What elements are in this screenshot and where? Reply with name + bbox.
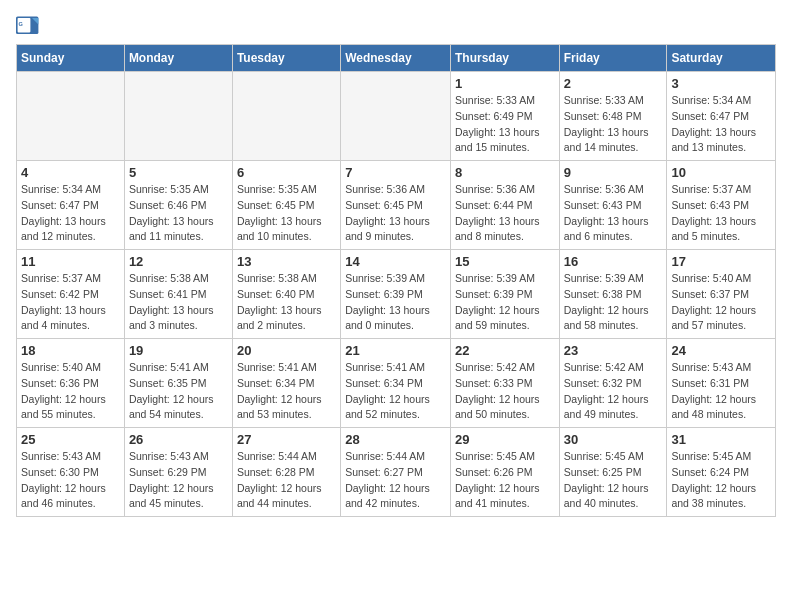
- week-row-4: 18Sunrise: 5:40 AM Sunset: 6:36 PM Dayli…: [17, 339, 776, 428]
- day-info: Sunrise: 5:44 AM Sunset: 6:27 PM Dayligh…: [345, 449, 446, 512]
- calendar-cell: 19Sunrise: 5:41 AM Sunset: 6:35 PM Dayli…: [124, 339, 232, 428]
- calendar-cell: 17Sunrise: 5:40 AM Sunset: 6:37 PM Dayli…: [667, 250, 776, 339]
- day-info: Sunrise: 5:38 AM Sunset: 6:40 PM Dayligh…: [237, 271, 336, 334]
- day-number: 17: [671, 254, 771, 269]
- day-header-tuesday: Tuesday: [232, 45, 340, 72]
- day-info: Sunrise: 5:45 AM Sunset: 6:24 PM Dayligh…: [671, 449, 771, 512]
- day-info: Sunrise: 5:45 AM Sunset: 6:25 PM Dayligh…: [564, 449, 663, 512]
- day-number: 30: [564, 432, 663, 447]
- svg-text:G: G: [18, 21, 22, 27]
- day-info: Sunrise: 5:39 AM Sunset: 6:39 PM Dayligh…: [455, 271, 555, 334]
- day-number: 8: [455, 165, 555, 180]
- day-number: 4: [21, 165, 120, 180]
- calendar-cell: 11Sunrise: 5:37 AM Sunset: 6:42 PM Dayli…: [17, 250, 125, 339]
- week-row-3: 11Sunrise: 5:37 AM Sunset: 6:42 PM Dayli…: [17, 250, 776, 339]
- week-row-1: 1Sunrise: 5:33 AM Sunset: 6:49 PM Daylig…: [17, 72, 776, 161]
- day-info: Sunrise: 5:36 AM Sunset: 6:44 PM Dayligh…: [455, 182, 555, 245]
- logo-icon: G: [16, 16, 40, 36]
- day-info: Sunrise: 5:41 AM Sunset: 6:34 PM Dayligh…: [237, 360, 336, 423]
- day-number: 6: [237, 165, 336, 180]
- calendar-cell: 2Sunrise: 5:33 AM Sunset: 6:48 PM Daylig…: [559, 72, 667, 161]
- day-info: Sunrise: 5:33 AM Sunset: 6:49 PM Dayligh…: [455, 93, 555, 156]
- week-row-2: 4Sunrise: 5:34 AM Sunset: 6:47 PM Daylig…: [17, 161, 776, 250]
- calendar-cell: 14Sunrise: 5:39 AM Sunset: 6:39 PM Dayli…: [341, 250, 451, 339]
- day-info: Sunrise: 5:35 AM Sunset: 6:45 PM Dayligh…: [237, 182, 336, 245]
- day-info: Sunrise: 5:43 AM Sunset: 6:31 PM Dayligh…: [671, 360, 771, 423]
- day-header-sunday: Sunday: [17, 45, 125, 72]
- day-info: Sunrise: 5:39 AM Sunset: 6:38 PM Dayligh…: [564, 271, 663, 334]
- day-number: 31: [671, 432, 771, 447]
- day-info: Sunrise: 5:36 AM Sunset: 6:43 PM Dayligh…: [564, 182, 663, 245]
- calendar-cell: 1Sunrise: 5:33 AM Sunset: 6:49 PM Daylig…: [450, 72, 559, 161]
- day-number: 24: [671, 343, 771, 358]
- calendar-cell: [17, 72, 125, 161]
- day-info: Sunrise: 5:40 AM Sunset: 6:37 PM Dayligh…: [671, 271, 771, 334]
- calendar-cell: 7Sunrise: 5:36 AM Sunset: 6:45 PM Daylig…: [341, 161, 451, 250]
- day-header-saturday: Saturday: [667, 45, 776, 72]
- day-number: 19: [129, 343, 228, 358]
- calendar: SundayMondayTuesdayWednesdayThursdayFrid…: [16, 44, 776, 517]
- calendar-cell: 30Sunrise: 5:45 AM Sunset: 6:25 PM Dayli…: [559, 428, 667, 517]
- calendar-cell: [341, 72, 451, 161]
- day-number: 29: [455, 432, 555, 447]
- calendar-cell: 10Sunrise: 5:37 AM Sunset: 6:43 PM Dayli…: [667, 161, 776, 250]
- day-info: Sunrise: 5:34 AM Sunset: 6:47 PM Dayligh…: [21, 182, 120, 245]
- calendar-cell: 20Sunrise: 5:41 AM Sunset: 6:34 PM Dayli…: [232, 339, 340, 428]
- calendar-cell: [232, 72, 340, 161]
- day-header-monday: Monday: [124, 45, 232, 72]
- day-number: 1: [455, 76, 555, 91]
- day-number: 5: [129, 165, 228, 180]
- calendar-cell: 29Sunrise: 5:45 AM Sunset: 6:26 PM Dayli…: [450, 428, 559, 517]
- day-number: 2: [564, 76, 663, 91]
- header: G: [16, 16, 776, 36]
- day-info: Sunrise: 5:38 AM Sunset: 6:41 PM Dayligh…: [129, 271, 228, 334]
- calendar-cell: 13Sunrise: 5:38 AM Sunset: 6:40 PM Dayli…: [232, 250, 340, 339]
- calendar-cell: 4Sunrise: 5:34 AM Sunset: 6:47 PM Daylig…: [17, 161, 125, 250]
- calendar-header-row: SundayMondayTuesdayWednesdayThursdayFrid…: [17, 45, 776, 72]
- calendar-cell: 16Sunrise: 5:39 AM Sunset: 6:38 PM Dayli…: [559, 250, 667, 339]
- day-info: Sunrise: 5:44 AM Sunset: 6:28 PM Dayligh…: [237, 449, 336, 512]
- day-header-friday: Friday: [559, 45, 667, 72]
- calendar-cell: 12Sunrise: 5:38 AM Sunset: 6:41 PM Dayli…: [124, 250, 232, 339]
- calendar-cell: 9Sunrise: 5:36 AM Sunset: 6:43 PM Daylig…: [559, 161, 667, 250]
- day-number: 10: [671, 165, 771, 180]
- day-info: Sunrise: 5:37 AM Sunset: 6:42 PM Dayligh…: [21, 271, 120, 334]
- day-number: 9: [564, 165, 663, 180]
- calendar-cell: 24Sunrise: 5:43 AM Sunset: 6:31 PM Dayli…: [667, 339, 776, 428]
- calendar-cell: 5Sunrise: 5:35 AM Sunset: 6:46 PM Daylig…: [124, 161, 232, 250]
- calendar-cell: 23Sunrise: 5:42 AM Sunset: 6:32 PM Dayli…: [559, 339, 667, 428]
- day-number: 11: [21, 254, 120, 269]
- day-info: Sunrise: 5:42 AM Sunset: 6:32 PM Dayligh…: [564, 360, 663, 423]
- day-info: Sunrise: 5:37 AM Sunset: 6:43 PM Dayligh…: [671, 182, 771, 245]
- calendar-cell: 6Sunrise: 5:35 AM Sunset: 6:45 PM Daylig…: [232, 161, 340, 250]
- day-number: 22: [455, 343, 555, 358]
- day-number: 7: [345, 165, 446, 180]
- day-info: Sunrise: 5:43 AM Sunset: 6:29 PM Dayligh…: [129, 449, 228, 512]
- calendar-cell: 3Sunrise: 5:34 AM Sunset: 6:47 PM Daylig…: [667, 72, 776, 161]
- calendar-cell: 26Sunrise: 5:43 AM Sunset: 6:29 PM Dayli…: [124, 428, 232, 517]
- day-number: 25: [21, 432, 120, 447]
- day-info: Sunrise: 5:45 AM Sunset: 6:26 PM Dayligh…: [455, 449, 555, 512]
- calendar-cell: 8Sunrise: 5:36 AM Sunset: 6:44 PM Daylig…: [450, 161, 559, 250]
- day-number: 27: [237, 432, 336, 447]
- day-info: Sunrise: 5:35 AM Sunset: 6:46 PM Dayligh…: [129, 182, 228, 245]
- day-number: 14: [345, 254, 446, 269]
- calendar-cell: 15Sunrise: 5:39 AM Sunset: 6:39 PM Dayli…: [450, 250, 559, 339]
- day-info: Sunrise: 5:36 AM Sunset: 6:45 PM Dayligh…: [345, 182, 446, 245]
- calendar-cell: 28Sunrise: 5:44 AM Sunset: 6:27 PM Dayli…: [341, 428, 451, 517]
- calendar-cell: 18Sunrise: 5:40 AM Sunset: 6:36 PM Dayli…: [17, 339, 125, 428]
- calendar-cell: 31Sunrise: 5:45 AM Sunset: 6:24 PM Dayli…: [667, 428, 776, 517]
- calendar-cell: 25Sunrise: 5:43 AM Sunset: 6:30 PM Dayli…: [17, 428, 125, 517]
- day-info: Sunrise: 5:41 AM Sunset: 6:34 PM Dayligh…: [345, 360, 446, 423]
- day-number: 13: [237, 254, 336, 269]
- day-header-wednesday: Wednesday: [341, 45, 451, 72]
- day-number: 16: [564, 254, 663, 269]
- day-number: 21: [345, 343, 446, 358]
- calendar-cell: 27Sunrise: 5:44 AM Sunset: 6:28 PM Dayli…: [232, 428, 340, 517]
- day-number: 18: [21, 343, 120, 358]
- calendar-cell: 22Sunrise: 5:42 AM Sunset: 6:33 PM Dayli…: [450, 339, 559, 428]
- calendar-cell: 21Sunrise: 5:41 AM Sunset: 6:34 PM Dayli…: [341, 339, 451, 428]
- day-number: 26: [129, 432, 228, 447]
- day-number: 28: [345, 432, 446, 447]
- day-info: Sunrise: 5:43 AM Sunset: 6:30 PM Dayligh…: [21, 449, 120, 512]
